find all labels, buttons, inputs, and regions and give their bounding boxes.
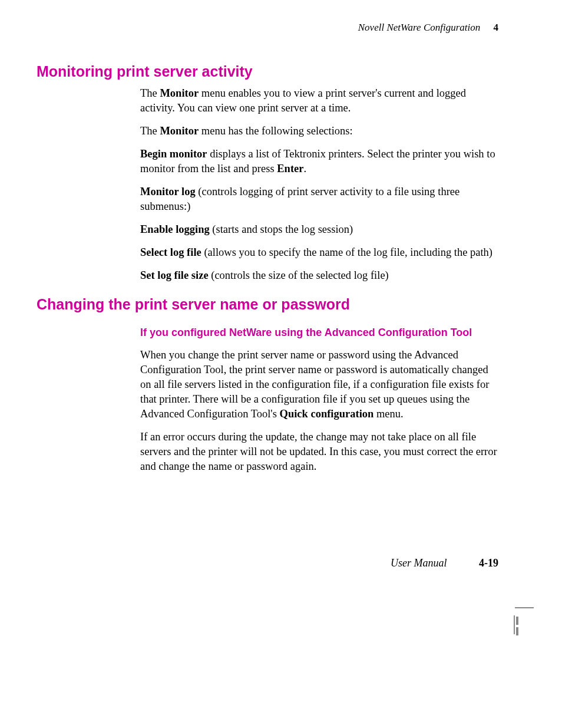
paragraph: The Monitor menu has the following selec… <box>140 124 498 139</box>
page-number: 4-19 <box>479 557 498 569</box>
chapter-number: 4 <box>494 22 499 33</box>
paragraph: The Monitor menu enables you to view a p… <box>140 86 498 116</box>
section-monitoring-body: The Monitor menu enables you to view a p… <box>140 86 498 291</box>
crop-mark-icon <box>515 607 534 608</box>
paragraph: If an error occurs during the update, th… <box>140 430 498 474</box>
page-footer: User Manual 4-19 <box>391 556 498 570</box>
heading-changing: Changing the print server name or passwo… <box>37 295 350 315</box>
item-select-log-file: Select log file (allows you to specify t… <box>140 245 498 260</box>
item-set-log-file-size: Set log file size (controls the size of … <box>140 268 498 283</box>
running-header: Novell NetWare Configuration 4 <box>358 21 498 35</box>
item-enable-logging: Enable logging (starts and stops the log… <box>140 222 498 237</box>
item-monitor-log: Monitor log (controls logging of print s… <box>140 185 498 214</box>
term-enable-logging: Enable logging <box>140 223 210 235</box>
running-title: Novell NetWare Configuration <box>358 22 480 33</box>
section-changing-body: If you configured NetWare using the Adva… <box>140 325 498 482</box>
term-set-log-file-size: Set log file size <box>140 269 209 281</box>
subheading-configured-netware: If you configured NetWare using the Adva… <box>140 325 498 340</box>
term-select-log-file: Select log file <box>140 246 201 258</box>
paragraph: When you change the print server name or… <box>140 348 498 421</box>
crop-mark-icon <box>516 627 518 635</box>
term-enter: Enter <box>277 163 303 174</box>
term-monitor: Monitor <box>160 87 199 99</box>
term-begin-monitor: Begin monitor <box>140 148 207 160</box>
page: Novell NetWare Configuration 4 Monitorin… <box>0 0 562 728</box>
term-quick-configuration: Quick configuration <box>280 408 374 420</box>
footer-label: User Manual <box>391 557 447 569</box>
crop-mark-icon <box>516 617 518 625</box>
term-monitor: Monitor <box>160 125 199 137</box>
crop-mark-icon <box>514 615 515 634</box>
term-monitor-log: Monitor log <box>140 186 196 197</box>
item-begin-monitor: Begin monitor displays a list of Tektron… <box>140 147 498 176</box>
heading-monitoring: Monitoring print server activity <box>37 62 253 82</box>
